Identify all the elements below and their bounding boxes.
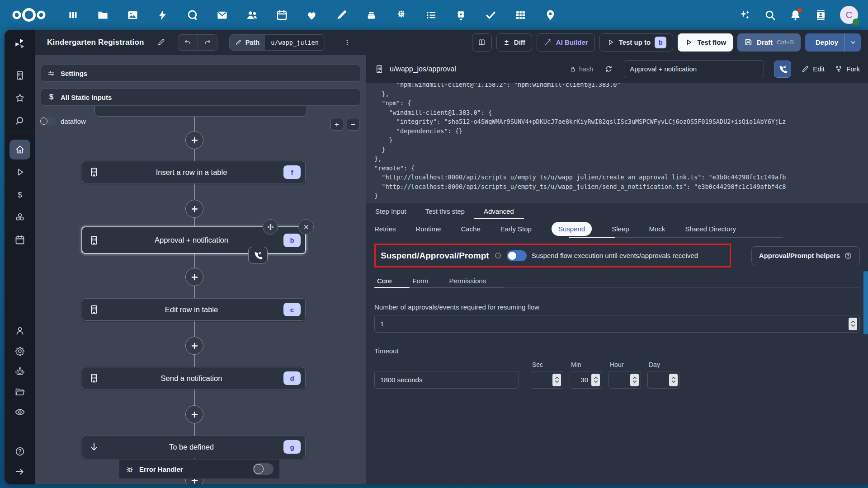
number-spinner[interactable]	[669, 374, 678, 386]
topbar-calendar-button[interactable]	[276, 9, 288, 21]
sidebar-home-button[interactable]	[9, 140, 30, 160]
subtab-retries[interactable]: Retries	[374, 225, 396, 233]
draft-button[interactable]: DraftCtrl+S	[737, 33, 801, 52]
tab-step-input[interactable]: Step Input	[375, 203, 406, 219]
topbar-tables-button[interactable]	[514, 9, 527, 21]
subtab-shared-directory[interactable]: Shared Directory	[685, 225, 736, 233]
subtab-sleep[interactable]: Sleep	[612, 225, 629, 233]
topbar-notifications-button[interactable]	[789, 9, 802, 21]
topbar-activity-button[interactable]	[156, 9, 169, 21]
flow-settings-bar[interactable]: Settings	[41, 65, 360, 82]
insert-step-button[interactable]	[185, 268, 203, 286]
topbar-dashboard-button[interactable]	[67, 9, 79, 21]
subtab-runtime[interactable]: Runtime	[416, 225, 441, 233]
coretab-permissions[interactable]: Permissions	[449, 274, 486, 287]
subtab-suspend[interactable]: Suspend	[552, 222, 592, 236]
topbar-tasks-button[interactable]	[425, 9, 437, 21]
diff-button[interactable]: ±Diff	[496, 33, 532, 52]
topbar-collectives-button[interactable]: C	[395, 9, 407, 21]
coretab-core[interactable]: Core	[377, 274, 392, 287]
undo-button[interactable]	[178, 34, 198, 51]
sidebar-folders-button[interactable]	[9, 381, 30, 402]
topbar-mail-button[interactable]	[216, 9, 228, 21]
sidebar-search2-button[interactable]	[9, 109, 30, 132]
timeout-seconds-input[interactable]	[374, 371, 519, 389]
test-flow-button[interactable]: Test flow	[678, 33, 733, 52]
ai-builder-button[interactable]: AI Builder	[537, 33, 595, 52]
sidebar-help-button[interactable]	[9, 441, 30, 461]
topbar-talk-button[interactable]	[186, 9, 198, 21]
tab-advanced[interactable]: Advanced	[484, 203, 514, 219]
user-avatar[interactable]: C	[840, 6, 858, 24]
topbar-assistant-button[interactable]	[739, 9, 751, 21]
zoom-out-button[interactable]: −	[347, 118, 359, 131]
approval-phone-button[interactable]	[774, 61, 791, 78]
zoom-in-button[interactable]: +	[330, 118, 343, 131]
deploy-button[interactable]: Deploy	[805, 33, 844, 52]
subtab-cache[interactable]: Cache	[461, 225, 480, 233]
topbar-deck-button[interactable]	[365, 9, 377, 21]
docs-button[interactable]	[472, 33, 492, 52]
delete-node-button[interactable]	[298, 219, 314, 235]
info-icon[interactable]	[494, 252, 502, 259]
sidebar-schedules-button[interactable]	[9, 229, 30, 251]
sidebar-workers-button[interactable]	[9, 361, 30, 381]
scrollbar-thumb[interactable]	[863, 271, 868, 334]
flow-node[interactable]: Edit row in table c	[82, 298, 306, 321]
number-spinner[interactable]	[552, 374, 561, 386]
nextcloud-logo-icon[interactable]	[10, 6, 48, 24]
refresh-button[interactable]	[603, 64, 614, 75]
topbar-contacts-button[interactable]	[246, 9, 258, 21]
insert-step-button[interactable]	[185, 337, 203, 355]
suspend-toggle[interactable]	[507, 250, 527, 261]
flow-node[interactable]: Send a notification d	[82, 367, 306, 389]
sidebar-users-button[interactable]	[9, 320, 30, 341]
subtab-early-stop[interactable]: Early Stop	[500, 225, 532, 233]
flow-node[interactable]: Insert a row in a table f	[82, 161, 306, 183]
error-handler-toggle[interactable]	[253, 463, 274, 475]
topbar-notes-button[interactable]	[335, 9, 348, 21]
flow-static-inputs-bar[interactable]: $ All Static Inputs	[41, 89, 360, 106]
topbar-checks-button[interactable]	[485, 9, 497, 21]
topbar-photos-button[interactable]	[127, 9, 139, 21]
step-name-input[interactable]	[624, 60, 764, 78]
windmill-logo-icon[interactable]	[5, 30, 35, 58]
number-spinner[interactable]	[849, 318, 857, 330]
sidebar-expand-button[interactable]	[9, 461, 30, 482]
flow-node[interactable]: To be defined g	[82, 436, 306, 458]
move-node-button[interactable]	[263, 219, 278, 235]
lock-file-code-view[interactable]: "npm:windmill-client@^1.158.2": "npm:win…	[366, 83, 868, 203]
insert-step-button[interactable]	[185, 200, 203, 218]
coretab-form[interactable]: Form	[413, 274, 429, 287]
redo-button[interactable]	[198, 34, 217, 51]
node-approval-phone-button[interactable]	[248, 247, 268, 263]
more-menu-button[interactable]	[340, 34, 354, 51]
topbar-maps-button[interactable]	[544, 9, 557, 21]
tab-test-this-step[interactable]: Test this step	[425, 203, 465, 219]
topbar-contacts-book-button[interactable]	[815, 9, 827, 21]
approvals-count-input[interactable]	[374, 315, 860, 333]
topbar-search-button[interactable]	[764, 9, 776, 21]
edit-title-button[interactable]	[155, 36, 168, 49]
hash-selector[interactable]: hash	[569, 66, 593, 73]
dataflow-toggle[interactable]	[39, 117, 56, 126]
number-spinner[interactable]	[630, 374, 639, 386]
topbar-files-button[interactable]	[97, 9, 109, 21]
sidebar-runs-button[interactable]	[9, 161, 30, 183]
test-up-to-button[interactable]: Test up tob	[599, 33, 674, 52]
path-chip[interactable]: Path u/wapp_julien	[229, 34, 325, 51]
approval-helpers-button[interactable]: Approval/Prompt helpers	[751, 246, 860, 265]
edit-script-button[interactable]: Edit	[801, 65, 825, 73]
insert-step-button[interactable]	[185, 405, 203, 423]
topbar-forms-button[interactable]	[455, 9, 467, 21]
error-handler-bar[interactable]: Error Handler	[119, 459, 280, 479]
sidebar-settings-button[interactable]	[9, 341, 30, 361]
insert-step-button[interactable]	[185, 131, 203, 149]
sidebar-resources-button[interactable]	[9, 206, 30, 229]
sidebar-variables-button[interactable]: $	[9, 183, 30, 206]
topbar-health-button[interactable]	[306, 9, 318, 21]
number-spinner[interactable]	[591, 374, 600, 386]
deploy-options-button[interactable]	[844, 33, 861, 52]
subtab-mock[interactable]: Mock	[649, 225, 665, 233]
sidebar-favorites-button[interactable]	[9, 87, 30, 109]
